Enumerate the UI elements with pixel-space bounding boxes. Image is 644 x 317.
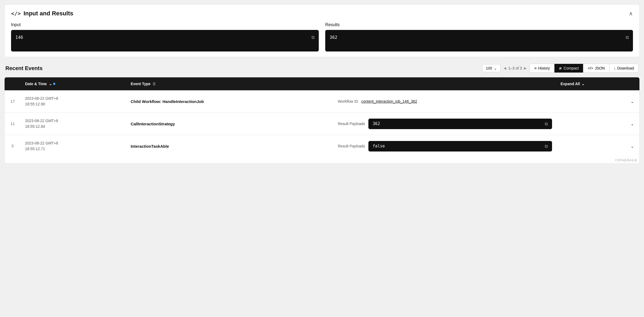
results-code-box: 362 ⧉	[325, 30, 633, 51]
watermark: CSDN@具A众多	[5, 157, 639, 163]
datetime-line1: 2023-08-22 GMT+8	[25, 96, 122, 101]
events-table: Date & Time ⌄ Event Type ☰ Expand All ⌄	[5, 77, 639, 157]
result-copy-icon[interactable]: ⧉	[545, 121, 548, 126]
next-page-button[interactable]: ▶	[524, 66, 526, 70]
page-size-chevron: ⌄	[494, 66, 497, 70]
collapse-button[interactable]: ∧	[629, 10, 633, 17]
history-label: History	[538, 66, 550, 70]
input-value: 146	[15, 35, 23, 40]
code-icon: </>	[11, 10, 21, 17]
recent-events-header: Recent Events 100 ⌄ ◀ 1–3 of 3 ▶ ≡ Histo…	[4, 64, 640, 73]
download-label: Download	[617, 66, 634, 70]
datetime-line1: 2023-08-22 GMT+8	[25, 140, 122, 146]
row-expand-button[interactable]: ⌄	[629, 143, 635, 150]
row-expand-cell: ⌄	[556, 113, 640, 135]
input-code-box: 146 ⧉	[11, 30, 319, 51]
result-label: Result Payloads	[338, 122, 365, 126]
history-icon: ≡	[534, 66, 536, 70]
row-expand-button[interactable]: ⌄	[629, 98, 635, 105]
results-value: 362	[330, 35, 337, 40]
row-expand-button[interactable]: ⌄	[629, 120, 635, 128]
json-icon: </>	[588, 66, 593, 70]
view-tabs: ≡ History ≢ Compact </> JSON ↓ Download	[530, 64, 639, 73]
row-datetime: 2023-08-22 GMT+8 18:55:12.84	[21, 113, 126, 135]
panel-title-text: Input and Results	[23, 10, 73, 17]
download-icon: ↓	[614, 66, 616, 70]
col-num	[5, 77, 21, 90]
col-event-type[interactable]: Event Type ☰	[126, 77, 333, 90]
col-details	[334, 77, 556, 90]
tab-history[interactable]: ≡ History	[530, 64, 554, 73]
row-event-type: InteractionTaskAble	[126, 135, 333, 157]
row-num: 5	[5, 135, 21, 157]
recent-events-title: Recent Events	[5, 65, 43, 71]
panel-header: </> Input and Results ∧	[11, 10, 633, 17]
panel-title: </> Input and Results	[11, 10, 73, 17]
datetime-line2: 18:55:12.90	[25, 101, 122, 107]
input-label: Input	[11, 22, 319, 27]
table-row: 11 2023-08-22 GMT+8 18:55:12.84 CallInte…	[5, 113, 639, 135]
results-section: Results 362 ⧉	[325, 22, 633, 51]
pagination-info: ◀ 1–3 of 3 ▶	[504, 66, 527, 70]
datetime-line2: 18:55:12.71	[25, 146, 122, 152]
compact-label: Compact	[564, 66, 579, 70]
datetime-line2: 18:55:12.84	[25, 124, 122, 129]
events-table-container: Date & Time ⌄ Event Type ☰ Expand All ⌄	[4, 77, 640, 164]
col-datetime[interactable]: Date & Time ⌄	[21, 77, 126, 90]
results-copy-icon[interactable]: ⧉	[626, 35, 629, 40]
sort-active-dot	[53, 83, 55, 85]
datetime-line1: 2023-08-22 GMT+8	[25, 118, 122, 124]
row-num: 11	[5, 113, 21, 135]
prev-page-button[interactable]: ◀	[504, 66, 506, 70]
expand-all-button[interactable]: Expand All ⌄	[561, 82, 585, 86]
row-event-type: Child Workflow: HandleInteractionJob	[126, 90, 333, 113]
result-value: false	[373, 144, 385, 149]
row-expand-cell: ⌄	[556, 135, 640, 157]
tab-compact[interactable]: ≢ Compact	[554, 64, 583, 73]
json-label: JSON	[595, 66, 605, 70]
result-value: 362	[373, 121, 380, 126]
expand-all-chevron: ⌄	[581, 82, 585, 86]
results-label: Results	[325, 22, 633, 27]
table-row: 17 2023-08-22 GMT+8 18:55:12.90 Child Wo…	[5, 90, 639, 113]
input-copy-icon[interactable]: ⧉	[311, 35, 314, 40]
page-size-value: 100	[486, 66, 492, 70]
compact-icon: ≢	[559, 66, 562, 70]
row-expand-cell: ⌄	[556, 90, 640, 113]
row-event-type: CallInteractionStrategy	[126, 113, 333, 135]
filter-icon: ☰	[153, 82, 156, 86]
col-expand: Expand All ⌄	[556, 77, 640, 90]
row-details: Result Payloads false ⧉	[334, 135, 556, 157]
page-size-selector[interactable]: 100 ⌄	[482, 64, 500, 72]
pagination-text: 1–3 of 3	[508, 66, 522, 70]
row-datetime: 2023-08-22 GMT+8 18:55:12.90	[21, 90, 126, 113]
datetime-sort: Date & Time ⌄	[25, 82, 55, 86]
row-details: Workflow ID content_interaction_job_146_…	[334, 90, 556, 113]
input-results-panel: </> Input and Results ∧ Input 146 ⧉ Resu…	[4, 4, 640, 57]
tab-json[interactable]: </> JSON	[583, 64, 609, 73]
input-section: Input 146 ⧉	[11, 22, 319, 51]
result-code-box: 362 ⧉	[368, 119, 552, 129]
row-datetime: 2023-08-22 GMT+8 18:55:12.71	[21, 135, 126, 157]
result-label: Result Payloads	[338, 144, 365, 148]
table-row: 5 2023-08-22 GMT+8 18:55:12.71 Interacti…	[5, 135, 639, 157]
expand-all-label: Expand All	[561, 82, 580, 86]
row-num: 17	[5, 90, 21, 113]
result-copy-icon[interactable]: ⧉	[545, 144, 548, 149]
tab-download[interactable]: ↓ Download	[609, 64, 638, 73]
events-controls: 100 ⌄ ◀ 1–3 of 3 ▶ ≡ History ≢ Compact	[482, 64, 639, 73]
input-results-grid: Input 146 ⧉ Results 362 ⧉	[11, 22, 633, 51]
row-details: Result Payloads 362 ⧉	[334, 113, 556, 135]
workflow-id-link[interactable]: content_interaction_job_146_362	[361, 99, 417, 104]
result-code-box: false ⧉	[368, 141, 552, 151]
